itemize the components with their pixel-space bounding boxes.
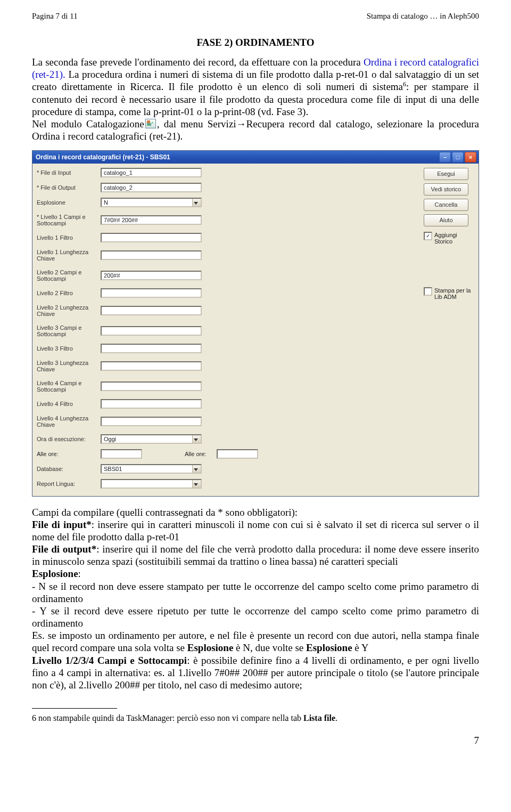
cancella-button[interactable]: Cancella xyxy=(424,199,468,211)
esplosione-combo[interactable]: N xyxy=(101,198,202,207)
svg-text:A: A xyxy=(151,121,153,124)
close-button[interactable]: × xyxy=(465,152,476,163)
minimize-button[interactable]: – xyxy=(439,152,451,163)
aggiungi-storico-check[interactable]: ✓ Aggiungi Storico xyxy=(424,232,474,245)
l2lung-field[interactable] xyxy=(101,306,202,315)
l1filtro-field[interactable] xyxy=(101,233,202,242)
label-l3filtro: Livello 3 Filtro xyxy=(37,345,101,352)
label-l2lung: Livello 2 Lunghezza Chiave xyxy=(37,304,101,317)
chevron-down-icon xyxy=(194,483,198,486)
label-l1filtro: Livello 1 Filtro xyxy=(37,234,101,241)
label-l4campi: Livello 4 Campi e Sottocampi xyxy=(37,380,101,393)
stampa-lib-adm-check[interactable]: Stampa per la Lib ADM xyxy=(424,287,474,300)
label-l3lung: Livello 3 Lunghezza Chiave xyxy=(37,360,101,372)
checkbox-checked-icon: ✓ xyxy=(424,232,432,240)
svg-rect-0 xyxy=(147,123,151,126)
file-output-field[interactable]: catalogo_2 xyxy=(101,183,202,192)
label-database: Database: xyxy=(37,466,101,472)
database-combo[interactable]: SBS01 xyxy=(101,464,202,474)
label-l4filtro: Livello 4 Filtro xyxy=(37,401,101,407)
intro-paragraph: La seconda fase prevede l'ordinamento de… xyxy=(32,56,479,143)
dialog-window: Ordina i record catalografici (ret-21) -… xyxy=(32,150,479,497)
alle1-field[interactable] xyxy=(101,449,142,459)
svg-rect-1 xyxy=(147,120,150,123)
label-alle1: Alle ore: xyxy=(37,451,101,457)
checkbox-icon xyxy=(424,287,432,296)
label-l2filtro: Livello 2 Filtro xyxy=(37,290,101,296)
l2filtro-field[interactable] xyxy=(101,288,202,298)
aiuto-button[interactable]: Aiuto xyxy=(424,214,468,226)
label-l2campi: Livello 2 Campi e Sottocampi xyxy=(37,269,101,282)
label-ora: Ora di esecuzione: xyxy=(37,436,101,442)
l3filtro-field[interactable] xyxy=(101,344,202,353)
footnote: 6 non stampabile quindi da TaskManager: … xyxy=(32,713,479,723)
header-left: Pagina 7 di 11 xyxy=(32,12,78,21)
catalog-module-icon: A xyxy=(145,119,156,128)
label-l1lung: Livello 1 Lunghezza Chiave xyxy=(37,249,101,262)
label-l1campi: * Livello 1 Campi e Sottocampi xyxy=(37,214,101,226)
l4lung-field[interactable] xyxy=(101,417,202,426)
chevron-down-icon xyxy=(194,439,198,441)
instructions-paragraph: Campi da compilare (quelli contrassegnat… xyxy=(32,506,479,692)
l1campi-field[interactable]: 7#0## 200## xyxy=(101,215,202,225)
alle2-field[interactable] xyxy=(217,449,258,459)
l4campi-field[interactable] xyxy=(101,381,202,391)
vedi-storico-button[interactable]: Vedi storico xyxy=(424,183,468,196)
label-alle2: Alle ore: xyxy=(185,451,217,457)
label-file-output: * File di Output xyxy=(37,184,101,191)
label-esplosione: Esplosione xyxy=(37,199,101,206)
l1lung-field[interactable] xyxy=(101,250,202,260)
ora-combo[interactable]: Oggi xyxy=(101,434,202,444)
label-l4lung: Livello 4 Lunghezza Chiave xyxy=(37,415,101,428)
maximize-button[interactable]: □ xyxy=(452,152,464,163)
footnote-rule xyxy=(32,708,117,709)
esegui-button[interactable]: Esegui xyxy=(424,168,468,180)
chevron-down-icon xyxy=(194,202,198,205)
window-title: Ordina i record catalografici (ret-21) -… xyxy=(36,153,170,161)
replin-combo[interactable] xyxy=(101,479,202,489)
titlebar: Ordina i record catalografici (ret-21) -… xyxy=(32,151,479,164)
label-file-input: * File di Input xyxy=(37,169,101,176)
file-input-field[interactable]: catalogo_1 xyxy=(101,168,202,177)
section-title: FASE 2) ORDINAMENTO xyxy=(32,37,479,48)
l4filtro-field[interactable] xyxy=(101,399,202,409)
label-l3campi: Livello 3 Campi e Sottocampi xyxy=(37,324,101,337)
page-number: 7 xyxy=(32,735,479,746)
header-right: Stampa di catalogo … in Aleph500 xyxy=(367,12,479,21)
l2campi-field[interactable]: 200## xyxy=(101,271,202,280)
label-replin: Report Lingua: xyxy=(37,481,101,487)
chevron-down-icon xyxy=(194,468,198,471)
l3lung-field[interactable] xyxy=(101,361,202,371)
l3campi-field[interactable] xyxy=(101,326,202,336)
